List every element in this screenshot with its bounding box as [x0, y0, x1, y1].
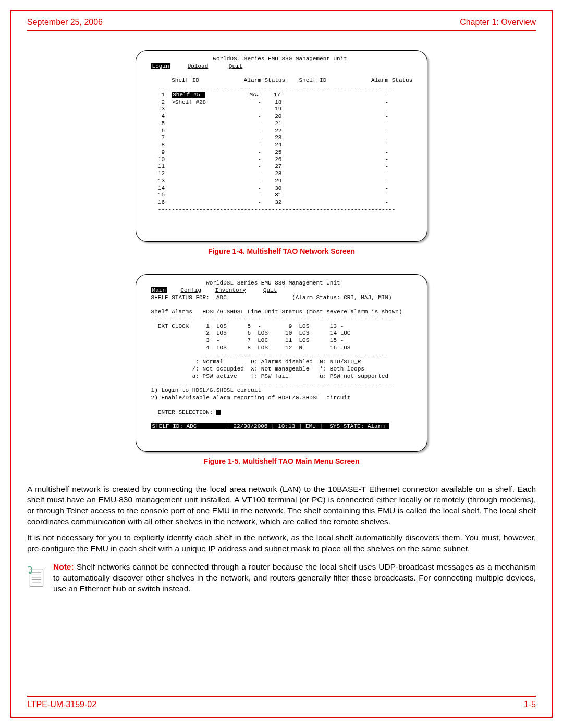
note-label: Note: [53, 562, 74, 571]
header-date: September 25, 2006 [27, 18, 103, 27]
page-frame: September 25, 2006 Chapter 1: Overview W… [10, 10, 553, 718]
header-chapter: Chapter 1: Overview [460, 18, 536, 27]
figure-1-5-terminal: WorldDSL Series EMU-830 Management Unit … [136, 274, 427, 452]
figure-1-4-terminal: WorldDSL Series EMU-830 Management Unit … [136, 50, 427, 242]
term2-grid: EXT CLOCK 1 LOS 5 - 9 LOS 13 - 2 LOS 6 L… [148, 323, 350, 351]
terminal-screen-1: WorldDSL Series EMU-830 Management Unit … [148, 56, 415, 228]
cursor-icon [216, 410, 221, 415]
term1-rows-rest: 3 - 19 - 4 - 20 - 5 - 21 [148, 106, 388, 205]
term1-row-1b: MAJ 17 - [205, 92, 387, 98]
menu-upload[interactable]: Upload [188, 63, 209, 69]
term2-statusbar-b: | 22/08/2006 | 10:13 | EMU | SYS STATE: … [225, 423, 389, 429]
terminal-screen-2: WorldDSL Series EMU-830 Management Unit … [148, 280, 415, 438]
menu-main[interactable]: Main [151, 287, 167, 293]
paragraph-1: A multishelf network is created by conne… [27, 484, 536, 528]
term1-sel-shelf[interactable]: Shelf #5 [172, 92, 204, 98]
term2-shelf-alarms-header: Shelf Alarms HDSL/G.SHDSL Line Unit Stat… [148, 309, 402, 315]
note-icon [27, 564, 46, 590]
note-body: Shelf networks cannot be connected throu… [53, 562, 536, 593]
header-rule [27, 30, 536, 31]
note-text: Note: Shelf networks cannot be connected… [53, 562, 536, 595]
menu-quit[interactable]: Quit [229, 63, 242, 69]
menu-config[interactable]: Config [180, 287, 201, 293]
term2-title: WorldDSL Series EMU-830 Management Unit [148, 280, 340, 286]
term1-row-2: 2 >Shelf #28 - 18 - [148, 99, 388, 105]
footer-doc-id: LTPE-UM-3159-02 [27, 700, 96, 709]
menu-login[interactable]: Login [151, 63, 170, 69]
term1-col-headers: Shelf ID Alarm Status Shelf ID Alarm Sta… [148, 77, 412, 83]
figure-1-4-caption: Figure 1-4. Multishelf TAO Network Scree… [27, 247, 536, 255]
footer-page-no: 1-5 [524, 700, 536, 709]
page-footer: LTPE-UM-3159-02 1-5 [11, 696, 552, 717]
figure-1-5-caption: Figure 1-5. Multishelf TAO Main Menu Scr… [27, 457, 536, 465]
term2-legend: -: Normal D: Alarms disabled N: NTU/STU_… [148, 359, 388, 379]
term1-title: WorldDSL Series EMU-830 Management Unit [148, 56, 347, 62]
menu-quit-2[interactable]: Quit [263, 287, 277, 293]
paragraph-2: It is not necessary for you to explicitl… [27, 533, 536, 554]
svg-rect-0 [30, 569, 43, 587]
term2-options: 1) Login to HDSL/G.SHDSL circuit 2) Enab… [148, 387, 350, 401]
page-header: September 25, 2006 Chapter 1: Overview [11, 11, 552, 30]
footer-rule [27, 696, 536, 697]
term2-enter-selection[interactable]: ENTER SELECTION: [148, 409, 216, 415]
term2-statusbar-a: SHELF ID: ADC [151, 423, 226, 429]
menu-inventory[interactable]: Inventory [215, 287, 246, 293]
term1-row-1a: 1 [148, 92, 172, 98]
note-block: Note: Shelf networks cannot be connected… [27, 562, 536, 595]
term2-status-for: SHELF STATUS FOR: ADC (Alarm Status: CRI… [148, 294, 392, 301]
